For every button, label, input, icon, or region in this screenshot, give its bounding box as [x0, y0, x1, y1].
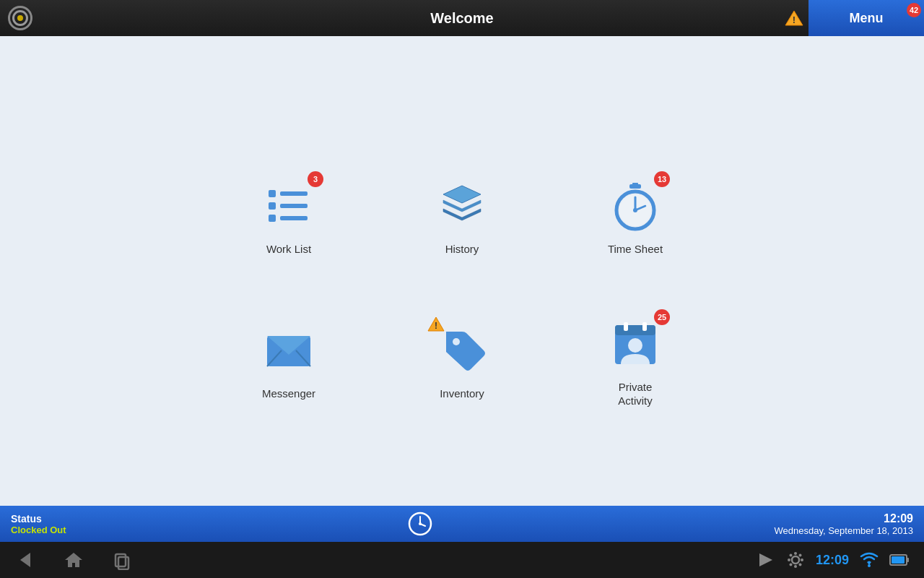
history-item[interactable]: History [404, 177, 520, 256]
history-label: History [445, 242, 479, 256]
time-sheet-item[interactable]: 13 Time Sheet [578, 177, 693, 256]
settings-icon [786, 551, 805, 569]
top-bar-left [0, 5, 33, 31]
svg-point-45 [798, 564, 801, 566]
history-icon [436, 180, 488, 232]
svg-point-33 [419, 522, 422, 525]
media-icon [757, 551, 775, 569]
work-list-item[interactable]: 3 Work List [231, 177, 346, 256]
private-activity-item[interactable]: 25 Private Activity [578, 315, 693, 408]
svg-marker-8 [443, 186, 481, 203]
time-sheet-icon-wrapper: 13 [606, 177, 664, 235]
nav-time: 12:09 [816, 553, 849, 568]
date-display: Wednesday, September 18, 2013 [775, 525, 913, 536]
messenger-label: Messenger [262, 387, 315, 401]
svg-rect-51 [907, 558, 909, 562]
status-value: Clocked Out [11, 525, 66, 535]
svg-point-16 [633, 208, 637, 212]
time-display: 12:09 [775, 512, 913, 525]
nav-bar: 12:09 [0, 542, 924, 578]
svg-point-27 [628, 338, 642, 353]
svg-rect-2 [269, 190, 276, 197]
inventory-label: Inventory [440, 387, 484, 401]
svg-point-24 [453, 338, 460, 345]
main-content: 3 Work List [0, 36, 924, 542]
menu-button[interactable]: Menu 42 [808, 0, 924, 36]
clock-icon [408, 512, 432, 536]
history-icon-wrapper [433, 177, 491, 235]
svg-rect-37 [118, 557, 128, 569]
private-activity-badge: 25 [654, 309, 670, 325]
battery-icon [889, 553, 910, 566]
status-bar: Status Clocked Out 12:09 Wednesday, Sept… [0, 506, 924, 542]
messenger-icon-wrapper [260, 322, 318, 379]
top-bar: Welcome ! Menu 42 [0, 0, 924, 36]
work-list-badge: 3 [308, 171, 323, 187]
svg-rect-7 [280, 216, 308, 220]
svg-point-41 [794, 565, 797, 568]
warning-icon: ! [783, 7, 805, 29]
svg-rect-3 [280, 191, 308, 196]
wifi-icon [860, 552, 879, 568]
messenger-item[interactable]: Messenger [231, 322, 346, 401]
top-bar-right: ! Menu 42 [783, 0, 924, 36]
page-title: Welcome [430, 10, 493, 27]
inventory-warn-icon: ! [427, 316, 445, 333]
menu-badge: 42 [907, 3, 921, 17]
status-label: Status [11, 513, 66, 525]
svg-point-44 [789, 554, 792, 557]
private-activity-icon-wrapper: 25 [606, 315, 664, 373]
inventory-item[interactable]: ! Inventory [404, 322, 520, 401]
messenger-icon [263, 324, 315, 376]
svg-rect-6 [269, 215, 276, 222]
svg-rect-5 [280, 204, 308, 208]
home-button[interactable] [64, 550, 84, 570]
svg-rect-29 [642, 322, 647, 331]
time-section: 12:09 Wednesday, September 18, 2013 [775, 512, 913, 536]
signal-icon [7, 5, 33, 31]
svg-text:!: ! [793, 14, 796, 25]
svg-marker-34 [20, 553, 30, 567]
nav-right: 12:09 [757, 551, 910, 569]
svg-rect-4 [269, 202, 276, 210]
svg-marker-38 [759, 553, 772, 566]
svg-point-47 [798, 554, 801, 557]
status-section: Status Clocked Out [11, 513, 66, 535]
time-sheet-label: Time Sheet [608, 242, 663, 256]
recents-button[interactable] [113, 550, 133, 570]
back-button[interactable] [14, 550, 35, 570]
svg-point-39 [792, 556, 799, 564]
app-grid: 3 Work List [231, 159, 693, 419]
private-activity-icon [609, 318, 661, 370]
time-sheet-badge: 13 [654, 171, 670, 187]
nav-left [14, 550, 133, 570]
svg-rect-17 [632, 183, 638, 186]
svg-rect-26 [615, 325, 655, 335]
work-list-icon-wrapper: 3 [260, 177, 318, 235]
svg-point-43 [801, 558, 803, 561]
svg-rect-28 [624, 322, 628, 331]
svg-rect-36 [116, 554, 126, 566]
svg-point-40 [794, 552, 797, 555]
inventory-icon-wrapper: ! [433, 322, 491, 379]
work-list-icon [263, 180, 315, 232]
svg-text:!: ! [435, 321, 437, 331]
work-list-label: Work List [266, 242, 311, 256]
svg-point-46 [789, 564, 792, 566]
svg-point-42 [788, 558, 790, 561]
private-activity-label: Private Activity [618, 380, 653, 408]
svg-point-48 [868, 564, 871, 567]
clock-center-icon [408, 512, 432, 536]
svg-marker-35 [65, 553, 82, 567]
svg-rect-50 [892, 556, 905, 564]
time-sheet-icon [609, 180, 661, 232]
